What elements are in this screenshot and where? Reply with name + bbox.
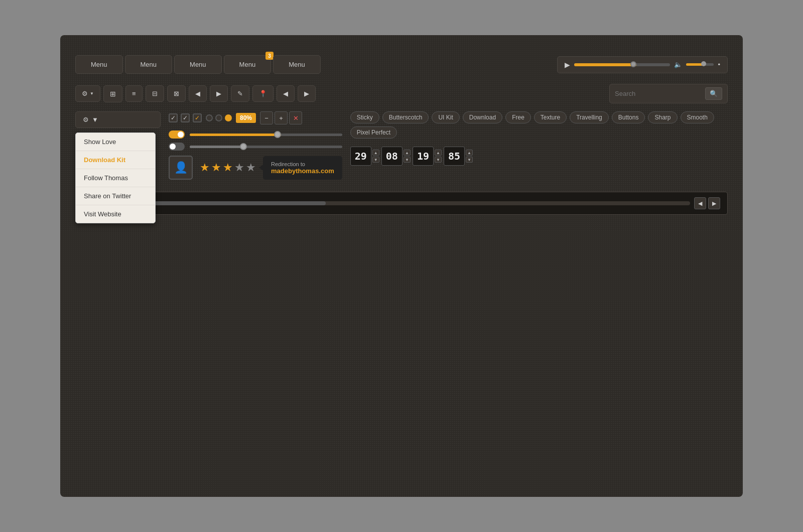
star-rating[interactable]: ★ ★ ★ ★ ★: [200, 161, 256, 174]
toggle-1[interactable]: [169, 130, 185, 139]
redirect-label: Redirection to: [271, 161, 334, 167]
volume-track[interactable]: [686, 63, 714, 66]
tag-travelling[interactable]: Travelling: [570, 111, 609, 123]
slider-row-2: [169, 143, 342, 151]
dropdown-item-follow-thomas[interactable]: Follow Thomas: [76, 169, 155, 187]
dropdown-item-download-kit[interactable]: Download Kit: [76, 151, 155, 169]
bottom-track[interactable]: [83, 201, 690, 205]
radio-3[interactable]: [225, 114, 232, 121]
star-2[interactable]: ★: [211, 161, 221, 174]
pencil-icon: ✎: [237, 90, 243, 97]
next-button[interactable]: ▶: [210, 85, 228, 102]
slider-track-1[interactable]: [190, 134, 342, 136]
count-arrows-4: ▲ ▼: [466, 150, 473, 163]
search-box: 🔍: [609, 84, 728, 103]
star-3[interactable]: ★: [223, 161, 233, 174]
tag-butterscotch[interactable]: Butterscotch: [382, 111, 429, 123]
bottom-nav: ◀ ▶: [694, 197, 720, 209]
checkbox-1[interactable]: [169, 113, 178, 122]
search-input[interactable]: [615, 90, 705, 97]
tag-free[interactable]: Free: [505, 111, 531, 123]
tags-grid: Sticky Butterscotch UI Kit Download Free…: [350, 111, 728, 139]
star-1[interactable]: ★: [200, 161, 210, 174]
slider-track-2[interactable]: [190, 146, 342, 148]
count-down-3[interactable]: ▼: [435, 157, 442, 163]
tag-texture[interactable]: Texture: [534, 111, 567, 123]
checkbox-2[interactable]: [181, 113, 190, 122]
app-frame: Menu Menu Menu Menu 3 Menu ▶ 🔈: [60, 35, 743, 497]
count-down-2[interactable]: ▼: [404, 157, 411, 163]
radio-1[interactable]: [206, 114, 213, 121]
tag-download[interactable]: Download: [463, 111, 502, 123]
count-digit-3: 19: [413, 147, 434, 166]
checkbox-3[interactable]: ✓: [193, 113, 202, 122]
tag-pixel-perfect[interactable]: Pixel Perfect: [350, 126, 397, 139]
count-down-1[interactable]: ▼: [372, 157, 379, 163]
media-progress-track[interactable]: [574, 63, 670, 66]
radio-group: [206, 114, 232, 121]
person-icon: 👤: [174, 161, 188, 174]
count-cell-3: 19 ▲ ▼: [413, 147, 442, 166]
search-button[interactable]: 🔍: [705, 87, 722, 100]
count-cell-2: 08 ▲ ▼: [381, 147, 411, 166]
tag-smooth[interactable]: Smooth: [681, 111, 714, 123]
prev-button-2[interactable]: ◀: [277, 85, 295, 102]
star-4[interactable]: ★: [234, 161, 244, 174]
close-button[interactable]: ✕: [289, 111, 302, 124]
count-up-1[interactable]: ▲: [372, 150, 379, 156]
location-button[interactable]: 📍: [252, 85, 274, 102]
count-up-4[interactable]: ▲: [466, 150, 473, 156]
pin-icon: 📍: [259, 90, 267, 97]
count-arrows-1: ▲ ▼: [372, 150, 379, 163]
slider-row-1: [169, 130, 342, 139]
media-player: ▶ 🔈 •: [557, 56, 728, 73]
dropdown-item-show-love[interactable]: Show Love: [76, 133, 155, 151]
nav-tab-4-badge: 3: [265, 52, 274, 60]
nav-tab-4[interactable]: Menu 3: [224, 55, 272, 74]
dropdown-item-visit-website[interactable]: Visit Website: [76, 205, 155, 223]
volume-icon[interactable]: 🔈: [674, 61, 682, 68]
edit-button[interactable]: ✎: [231, 85, 249, 102]
increment-button[interactable]: +: [275, 111, 288, 124]
next-button-2[interactable]: ▶: [298, 85, 316, 102]
show-love-label: Show Love: [84, 138, 116, 146]
slider-thumb-1[interactable]: [274, 131, 281, 138]
tags-panel: Sticky Butterscotch UI Kit Download Free…: [350, 111, 728, 166]
nav-tab-3[interactable]: Menu: [174, 55, 222, 74]
count-up-3[interactable]: ▲: [435, 150, 442, 156]
gear-icon-2: ⚙: [83, 116, 89, 123]
bottom-next-button[interactable]: ▶: [708, 197, 720, 209]
count-up-2[interactable]: ▲: [404, 150, 411, 156]
redirect-url: madebythomas.com: [271, 167, 334, 175]
toggle-2[interactable]: [169, 143, 185, 151]
grid-view-button[interactable]: ⊞: [103, 85, 122, 102]
prev-button[interactable]: ◀: [189, 85, 207, 102]
bottom-bar: ◀ ▶: [75, 192, 728, 215]
volume-thumb: [701, 61, 706, 66]
media-progress-thumb: [630, 61, 636, 67]
tag-sharp[interactable]: Sharp: [648, 111, 677, 123]
bottom-prev-button[interactable]: ◀: [694, 197, 706, 209]
count-cell-4: 85 ▲ ▼: [444, 147, 473, 166]
dropdown-item-share-twitter[interactable]: Share on Twitter: [76, 187, 155, 205]
radio-2[interactable]: [215, 114, 222, 121]
checkmark-icon: ✓: [195, 114, 200, 121]
count-down-4[interactable]: ▼: [466, 157, 473, 163]
settings-button[interactable]: ⚙ ▼: [75, 85, 100, 102]
main-content: ⚙ ▼ Show Love Download Kit Follow Thomas…: [75, 111, 728, 180]
split-view-button[interactable]: ⊠: [167, 85, 186, 102]
tag-buttons[interactable]: Buttons: [612, 111, 645, 123]
slider-thumb-2[interactable]: [240, 143, 247, 150]
dropdown-trigger[interactable]: ⚙ ▼: [75, 111, 161, 128]
nav-tab-5[interactable]: Menu: [273, 55, 321, 74]
nav-tab-2[interactable]: Menu: [125, 55, 173, 74]
nav-tab-1[interactable]: Menu: [75, 55, 123, 74]
decrement-button[interactable]: −: [260, 111, 273, 124]
column-view-button[interactable]: ⊟: [146, 85, 164, 102]
star-5[interactable]: ★: [246, 161, 256, 174]
tag-sticky[interactable]: Sticky: [350, 111, 379, 123]
play-button[interactable]: ▶: [565, 61, 570, 69]
list-view-button[interactable]: ≡: [125, 85, 143, 102]
tag-uikit[interactable]: UI Kit: [432, 111, 459, 123]
volume-dot: •: [718, 61, 720, 68]
